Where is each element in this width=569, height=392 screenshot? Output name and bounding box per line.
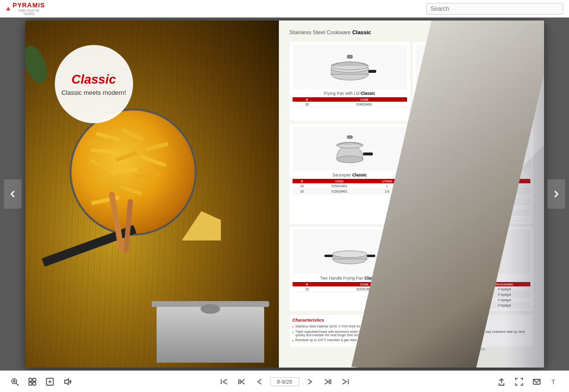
svg-point-21 (333, 251, 367, 258)
large-pot (157, 304, 264, 368)
svg-rect-22 (324, 255, 333, 257)
toolbar-left (8, 375, 74, 389)
char-bullet-3: • (293, 339, 294, 342)
saucepan-image (293, 127, 407, 171)
table-row: 28 019028401 (293, 102, 407, 107)
first-page-button[interactable] (217, 375, 231, 389)
text-mode-button[interactable]: T (547, 375, 561, 389)
logo-box: PYRAMIS 1960-2020 60 YEARS (6, 1, 45, 16)
toolbar-right: T (495, 375, 561, 389)
circle-classic-text: Classic (71, 72, 116, 87)
table-row: 16 015016401 2.8 (293, 189, 407, 194)
fullscreen-button[interactable] (512, 375, 526, 389)
page-indicator: 8-9/28 (270, 377, 299, 386)
page-spread: Classic Classic meets modern! (25, 21, 544, 368)
saucepan-name: Saucepan Classic (293, 173, 407, 177)
frying-pan-lid-table: Ø CODE 28 019028401 (293, 97, 407, 107)
sound-button[interactable] (61, 375, 74, 389)
logo-text: PYRAMIS (13, 1, 45, 9)
svg-rect-34 (29, 382, 32, 385)
svg-rect-15 (363, 152, 373, 155)
next-page-arrow[interactable] (547, 179, 565, 209)
left-page: Classic Classic meets modern! (25, 21, 279, 368)
search-input[interactable] (426, 3, 563, 15)
last-page-button[interactable] (339, 375, 352, 389)
circle-tagline: Classic meets modern! (61, 89, 126, 96)
frying-pan-lid-image (293, 45, 407, 89)
svg-rect-33 (33, 378, 36, 381)
svg-rect-32 (29, 378, 32, 381)
char-bullet: • (293, 325, 294, 328)
svg-rect-7 (347, 55, 353, 59)
svg-point-12 (337, 156, 363, 163)
toolbar-center: 8-9/28 (217, 375, 352, 389)
share-button[interactable] (495, 375, 508, 389)
svg-rect-14 (347, 135, 353, 139)
bottom-toolbar: 8-9/28 (0, 370, 569, 392)
svg-line-29 (16, 383, 19, 386)
frying-basket (69, 109, 197, 236)
svg-text:T: T (551, 378, 555, 386)
main-area: Classic Classic meets modern! (0, 18, 569, 370)
prev-button[interactable] (252, 375, 266, 389)
frying-pan-lid-svg (323, 47, 377, 87)
two-handle-pan-svg (323, 232, 377, 271)
next-button[interactable] (303, 375, 317, 389)
right-page: Stainless Steel Cookware Classic PYRAMIS (279, 21, 544, 368)
classic-circle: Classic Classic meets modern! (55, 45, 133, 123)
search-area (426, 3, 563, 15)
product-frying-pan-lid: Frying Pan with Lid Classic Ø CODE (290, 42, 410, 121)
food-image (40, 99, 246, 265)
svg-marker-39 (65, 379, 68, 385)
page-title-right: Stainless Steel Cookware Classic (290, 29, 371, 35)
prev-spread-button[interactable] (235, 375, 249, 389)
pyramis-logo-icon (6, 3, 11, 14)
saucepan-svg (323, 129, 377, 168)
prev-page-arrow[interactable] (4, 179, 22, 209)
svg-rect-8 (368, 70, 376, 73)
next-spread-button[interactable] (321, 375, 335, 389)
grid-view-button[interactable] (25, 375, 39, 389)
logo-area: PYRAMIS 1960-2020 60 YEARS (6, 1, 45, 16)
frying-pan-lid-name: Frying Pan with Lid Classic (293, 91, 407, 96)
saucepan-table: Ø CODE LITRES 14 015014401 1 (293, 179, 407, 194)
fries-illustration (81, 125, 189, 223)
svg-rect-35 (33, 382, 36, 385)
char-bullet-2: • (293, 330, 294, 337)
svg-rect-23 (367, 255, 375, 257)
email-button[interactable] (530, 375, 544, 389)
zoom-in-button[interactable] (8, 375, 22, 389)
top-bar: PYRAMIS 1960-2020 60 YEARS (0, 0, 569, 18)
fit-page-button[interactable] (43, 375, 57, 389)
logo-sub: 1960-2020 60 YEARS (13, 9, 45, 16)
table-row: 14 015014401 1 (293, 183, 407, 189)
